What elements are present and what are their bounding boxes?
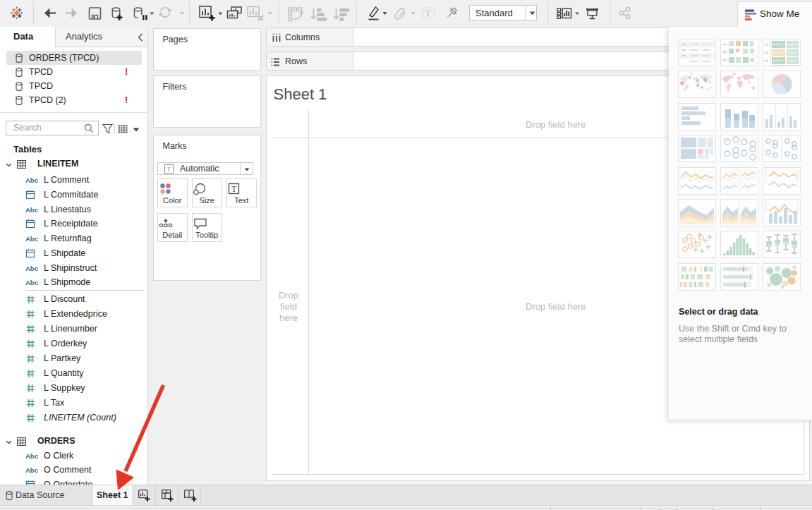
svg-text:Abc: Abc — [25, 265, 38, 272]
svg-text:T: T — [167, 166, 171, 173]
svg-text:Abc: Abc — [25, 279, 38, 286]
svg-text:Abc: Abc — [25, 235, 38, 243]
svg-text:Abc: Abc — [25, 176, 38, 184]
svg-text:Abc: Abc — [25, 206, 38, 214]
svg-text:T: T — [231, 184, 237, 194]
svg-text:Abc: Abc — [25, 466, 38, 474]
svg-text:Abc: Abc — [25, 452, 38, 460]
svg-text:T: T — [425, 8, 431, 18]
